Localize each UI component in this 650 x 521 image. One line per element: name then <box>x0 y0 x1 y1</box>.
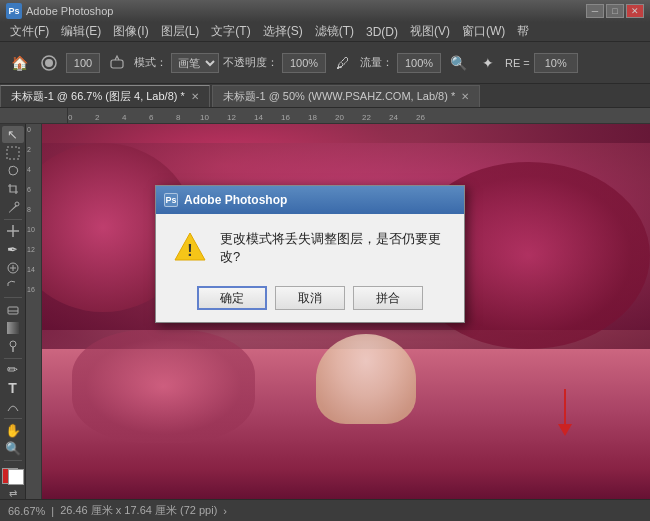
level-input[interactable] <box>534 53 578 73</box>
tab-1-label: 未标题-1 @ 66.7% (图层 4, Lab/8) * <box>11 89 185 104</box>
path-tool[interactable] <box>2 398 24 415</box>
v-mark-16: 16 <box>27 286 35 293</box>
color-swatch <box>2 468 24 485</box>
gradient-tool[interactable] <box>2 319 24 336</box>
menu-view[interactable]: 视图(V) <box>404 21 456 42</box>
minimize-button[interactable]: ─ <box>586 4 604 18</box>
flow-input[interactable] <box>397 53 441 73</box>
opacity-input[interactable] <box>282 53 326 73</box>
menu-3d[interactable]: 3D(D) <box>360 23 404 41</box>
dialog-title: Adobe Photoshop <box>184 193 287 207</box>
menu-text[interactable]: 文字(T) <box>205 21 256 42</box>
zoom-tool[interactable]: 🔍 <box>2 440 24 457</box>
v-mark-14: 14 <box>27 266 35 273</box>
mode-select[interactable]: 画笔 <box>171 53 219 73</box>
hand-tool[interactable]: ✋ <box>2 422 24 439</box>
dialog-message: 更改模式将丢失调整图层，是否仍要更改? <box>220 230 448 266</box>
brush-tool[interactable]: ✒ <box>2 241 24 258</box>
menu-image[interactable]: 图像(I) <box>107 21 154 42</box>
ruler-mark-8: 8 <box>176 113 180 122</box>
flow-label: 流量： <box>360 55 393 70</box>
dialog-content: ! 更改模式将丢失调整图层，是否仍要更改? 确定 取消 拼合 <box>156 214 464 322</box>
dialog-message-row: ! 更改模式将丢失调整图层，是否仍要更改? <box>172 230 448 266</box>
ruler-mark-6: 6 <box>149 113 153 122</box>
figure <box>316 334 416 424</box>
search-icon[interactable]: 🔍 <box>445 50 471 76</box>
svg-point-10 <box>10 341 16 347</box>
dodge-tool[interactable] <box>2 337 24 354</box>
tab-2[interactable]: 未标题-1 @ 50% (WWW.PSAHZ.COM, Lab/8) * ✕ <box>212 85 480 107</box>
dialog-buttons: 确定 取消 拼合 <box>172 286 448 310</box>
marquee-tool[interactable] <box>2 144 24 161</box>
v-mark-12: 12 <box>27 246 35 253</box>
warning-icon: ! <box>172 230 208 266</box>
lasso-tool[interactable] <box>2 162 24 179</box>
ruler-mark-16: 16 <box>281 113 290 122</box>
airbrush-icon[interactable]: ✦ <box>475 50 501 76</box>
menu-edit[interactable]: 编辑(E) <box>55 21 107 42</box>
svg-rect-2 <box>111 60 123 68</box>
app-icon: Ps <box>6 3 22 19</box>
tool-separator-5 <box>4 460 22 461</box>
eyedropper-tool[interactable] <box>2 199 24 216</box>
v-mark-0: 0 <box>27 126 31 133</box>
close-button[interactable]: ✕ <box>626 4 644 18</box>
type-tool[interactable]: T <box>2 380 24 397</box>
ruler-mark-0: 0 <box>68 113 72 122</box>
history-tool[interactable] <box>2 277 24 294</box>
level-label: RE = <box>505 57 530 69</box>
swap-colors-icon[interactable]: ⇄ <box>9 488 17 499</box>
tool-separator-2 <box>4 297 22 298</box>
tab-1[interactable]: 未标题-1 @ 66.7% (图层 4, Lab/8) * ✕ <box>0 85 210 107</box>
cancel-button[interactable]: 取消 <box>275 286 345 310</box>
svg-rect-3 <box>7 147 19 159</box>
zoom-level: 66.67% <box>8 505 45 517</box>
clone-tool[interactable] <box>2 259 24 276</box>
tab-2-label: 未标题-1 @ 50% (WWW.PSAHZ.COM, Lab/8) * <box>223 89 455 104</box>
v-mark-6: 6 <box>27 186 31 193</box>
background-color[interactable] <box>8 469 24 485</box>
ruler-mark-2: 2 <box>95 113 99 122</box>
tab-bar: 未标题-1 @ 66.7% (图层 4, Lab/8) * ✕ 未标题-1 @ … <box>0 84 650 108</box>
dimensions: 26.46 厘米 x 17.64 厘米 (72 ppi) <box>60 503 217 518</box>
tool-separator-1 <box>4 219 22 220</box>
crop-tool[interactable] <box>2 181 24 198</box>
brush-preset-icon[interactable] <box>36 50 62 76</box>
home-icon[interactable]: 🏠 <box>6 50 32 76</box>
svg-point-4 <box>15 202 19 206</box>
move-tool[interactable]: ↖ <box>2 126 24 143</box>
window-controls: ─ □ ✕ <box>586 4 644 18</box>
toolbar: 🏠 模式： 画笔 不透明度： 🖊 流量： 🔍 ✦ RE = <box>0 42 650 84</box>
maximize-button[interactable]: □ <box>606 4 624 18</box>
menu-layer[interactable]: 图层(L) <box>155 21 206 42</box>
dialog-app-icon: Ps <box>164 193 178 207</box>
v-mark-10: 10 <box>27 226 35 233</box>
menu-help[interactable]: 帮 <box>511 21 535 42</box>
ruler-mark-14: 14 <box>254 113 263 122</box>
brush-angle-icon[interactable] <box>104 50 130 76</box>
healing-tool[interactable] <box>2 223 24 240</box>
ruler-vertical: 0 2 4 6 8 10 12 14 16 <box>26 124 42 499</box>
menu-file[interactable]: 文件(F) <box>4 21 55 42</box>
brush-size-input[interactable] <box>66 53 100 73</box>
mode-label: 模式： <box>134 55 167 70</box>
pressure-opacity-icon[interactable]: 🖊 <box>330 50 356 76</box>
menu-select[interactable]: 选择(S) <box>257 21 309 42</box>
ruler-mark-4: 4 <box>122 113 126 122</box>
v-mark-4: 4 <box>27 166 31 173</box>
pen-tool[interactable]: ✏ <box>2 361 24 378</box>
dimension-arrow: › <box>223 505 227 517</box>
status-bar: 66.67% | 26.46 厘米 x 17.64 厘米 (72 ppi) › <box>0 499 650 521</box>
merge-button[interactable]: 拼合 <box>353 286 423 310</box>
ok-button[interactable]: 确定 <box>197 286 267 310</box>
title-bar: Ps Adobe Photoshop ─ □ ✕ <box>0 0 650 22</box>
svg-rect-9 <box>7 322 19 334</box>
ruler-mark-18: 18 <box>308 113 317 122</box>
v-mark-2: 2 <box>27 146 31 153</box>
dialog-title-bar[interactable]: Ps Adobe Photoshop <box>156 186 464 214</box>
tab-1-close[interactable]: ✕ <box>191 91 199 102</box>
menu-window[interactable]: 窗口(W) <box>456 21 511 42</box>
tab-2-close[interactable]: ✕ <box>461 91 469 102</box>
eraser-tool[interactable] <box>2 301 24 318</box>
menu-filter[interactable]: 滤镜(T) <box>309 21 360 42</box>
